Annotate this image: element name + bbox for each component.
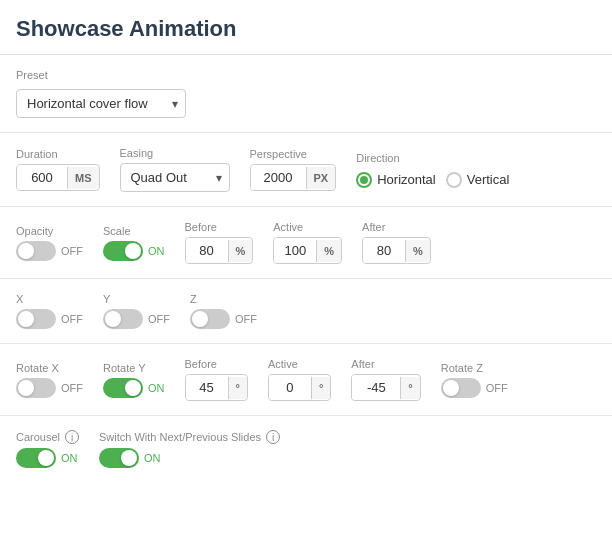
z-label: Z [190, 293, 257, 305]
scale-active-field: Active % [273, 221, 342, 264]
rotate-before-field: Before ° [185, 358, 248, 401]
y-label: Y [103, 293, 170, 305]
scale-before-unit: % [228, 240, 253, 262]
rotate-section: Rotate X OFF Rotate Y ON Before [0, 344, 612, 416]
perspective-field: Perspective PX [250, 148, 337, 191]
x-field: X OFF [16, 293, 83, 329]
duration-input-wrapper: MS [16, 164, 100, 191]
scale-field: Scale ON [103, 225, 165, 261]
scale-after-unit: % [405, 240, 430, 262]
x-toggle-wrapper: OFF [16, 309, 83, 329]
y-field: Y OFF [103, 293, 170, 329]
easing-label: Easing [120, 147, 230, 159]
carousel-toggle[interactable] [16, 448, 56, 468]
z-toggle-wrapper: OFF [190, 309, 257, 329]
scale-active-input[interactable] [274, 238, 316, 263]
carousel-field: Carousel i ON [16, 430, 79, 468]
params-row: Duration MS Easing Quad Out Linear Ease … [16, 147, 596, 192]
opacity-field: Opacity OFF [16, 225, 83, 261]
switch-slides-info-icon[interactable]: i [266, 430, 280, 444]
rotate-z-label: Rotate Z [441, 362, 508, 374]
opacity-toggle-wrapper: OFF [16, 241, 83, 261]
rotate-row: Rotate X OFF Rotate Y ON Before [16, 358, 596, 401]
y-track [103, 309, 143, 329]
rotate-y-status: ON [148, 382, 165, 394]
vertical-label: Vertical [467, 172, 510, 187]
opacity-status: OFF [61, 245, 83, 257]
easing-select-wrapper: Quad Out Linear Ease In Ease Out Bounce [120, 163, 230, 192]
rotate-y-toggle[interactable] [103, 378, 143, 398]
scale-after-label: After [362, 221, 431, 233]
scale-after-input[interactable] [363, 238, 405, 263]
preset-select-wrapper: Horizontal cover flow Vertical cover flo… [16, 89, 186, 118]
vertical-radio[interactable] [446, 172, 462, 188]
carousel-toggle-wrapper: ON [16, 448, 79, 468]
perspective-input[interactable] [251, 165, 306, 190]
direction-horizontal[interactable]: Horizontal [356, 172, 436, 188]
carousel-status: ON [61, 452, 78, 464]
scale-active-label: Active [273, 221, 342, 233]
preset-select[interactable]: Horizontal cover flow Vertical cover flo… [16, 89, 186, 118]
opacity-toggle[interactable] [16, 241, 56, 261]
perspective-label: Perspective [250, 148, 337, 160]
x-toggle[interactable] [16, 309, 56, 329]
horizontal-radio[interactable] [356, 172, 372, 188]
switch-slides-track [99, 448, 139, 468]
z-track [190, 309, 230, 329]
scale-status: ON [148, 245, 165, 257]
rotate-before-input[interactable] [186, 375, 228, 400]
carousel-row: Carousel i ON Switch With Next/Previous … [16, 430, 596, 468]
y-toggle[interactable] [103, 309, 143, 329]
rotate-x-track [16, 378, 56, 398]
rotate-before-unit: ° [228, 377, 247, 399]
easing-field: Easing Quad Out Linear Ease In Ease Out … [120, 147, 230, 192]
carousel-label: Carousel [16, 431, 60, 443]
rotate-z-toggle[interactable] [441, 378, 481, 398]
scale-after-field: After % [362, 221, 431, 264]
direction-field: Direction Horizontal Vertical [356, 152, 509, 188]
direction-group: Horizontal Vertical [356, 172, 509, 188]
preset-label: Preset [16, 69, 596, 81]
scale-active-wrapper: % [273, 237, 342, 264]
scale-before-input[interactable] [186, 238, 228, 263]
scale-after-wrapper: % [362, 237, 431, 264]
scale-before-field: Before % [185, 221, 254, 264]
opacity-track [16, 241, 56, 261]
scale-track [103, 241, 143, 261]
switch-slides-toggle[interactable] [99, 448, 139, 468]
z-field: Z OFF [190, 293, 257, 329]
rotate-y-toggle-wrapper: ON [103, 378, 165, 398]
page-title: Showcase Animation [0, 0, 612, 54]
xyz-section: X OFF Y OFF Z [0, 279, 612, 344]
duration-input[interactable] [17, 165, 67, 190]
scale-before-label: Before [185, 221, 254, 233]
rotate-x-toggle[interactable] [16, 378, 56, 398]
carousel-info-icon[interactable]: i [65, 430, 79, 444]
direction-label: Direction [356, 152, 509, 164]
carousel-section: Carousel i ON Switch With Next/Previous … [0, 416, 612, 482]
switch-slides-status: ON [144, 452, 161, 464]
duration-field: Duration MS [16, 148, 100, 191]
duration-label: Duration [16, 148, 100, 160]
switch-slides-label: Switch With Next/Previous Slides [99, 431, 261, 443]
x-status: OFF [61, 313, 83, 325]
perspective-unit: PX [306, 167, 336, 189]
y-toggle-wrapper: OFF [103, 309, 170, 329]
rotate-z-toggle-wrapper: OFF [441, 378, 508, 398]
rotate-active-field: Active ° [268, 358, 331, 401]
rotate-before-wrapper: ° [185, 374, 248, 401]
direction-vertical[interactable]: Vertical [446, 172, 510, 188]
scale-toggle[interactable] [103, 241, 143, 261]
easing-select[interactable]: Quad Out Linear Ease In Ease Out Bounce [120, 163, 230, 192]
rotate-y-label: Rotate Y [103, 362, 165, 374]
z-toggle[interactable] [190, 309, 230, 329]
rotate-after-label: After [351, 358, 420, 370]
rotate-active-label: Active [268, 358, 331, 370]
scale-label: Scale [103, 225, 165, 237]
carousel-track [16, 448, 56, 468]
animation-params-section: Duration MS Easing Quad Out Linear Ease … [0, 133, 612, 207]
rotate-after-input[interactable] [352, 375, 400, 400]
rotate-active-wrapper: ° [268, 374, 331, 401]
preset-section: Preset Horizontal cover flow Vertical co… [0, 55, 612, 133]
rotate-active-input[interactable] [269, 375, 311, 400]
